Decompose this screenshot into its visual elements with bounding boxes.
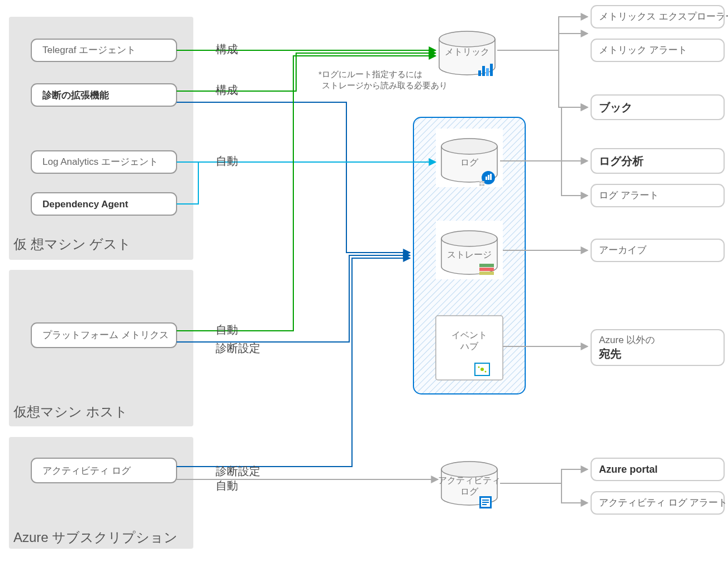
svg-rect-4 xyxy=(482,66,485,76)
dst-workbook-label: ブック xyxy=(599,101,632,113)
svg-rect-32 xyxy=(482,504,487,505)
storage-store-label: ストレージ xyxy=(447,250,492,259)
dst-log-alert-label: ログ アラート xyxy=(599,190,659,201)
storage-icon xyxy=(479,264,494,275)
svg-rect-16 xyxy=(482,184,484,186)
host-title: 仮想マシン ホスト xyxy=(13,404,128,419)
edge-platform-metrics xyxy=(177,56,436,331)
svg-point-8 xyxy=(441,139,497,154)
svg-rect-11 xyxy=(488,175,489,180)
activity-log-icon xyxy=(479,496,492,508)
svg-rect-30 xyxy=(482,500,489,501)
svg-rect-10 xyxy=(486,177,487,180)
edge-label-diag2: 診断設定 xyxy=(216,465,260,477)
svg-rect-13 xyxy=(479,181,482,183)
svg-rect-15 xyxy=(479,184,482,186)
architecture-diagram: Telegraf エージェント 診断の拡張機能 Log Analytics エー… xyxy=(0,0,728,561)
log-analytics-label: Log Analytics エージェント xyxy=(42,156,158,167)
eventhub-label-2: ハブ xyxy=(460,341,479,351)
diag-ext-label: 診断の拡張機能 xyxy=(42,90,109,101)
subscription-title: Azure サブスクリプション xyxy=(13,530,178,545)
dependency-label: Dependency Agent xyxy=(42,199,129,210)
activity-label: アクティビティ ログ xyxy=(42,465,131,476)
note-line2: ストレージから読み取る必要あり xyxy=(322,80,448,90)
edge-activity-alert xyxy=(562,472,588,503)
edge-activity-portal xyxy=(500,469,588,483)
telegraf-label: Telegraf エージェント xyxy=(42,45,136,55)
dst-metrics-explorer-label: メトリックス エクスプローラー xyxy=(599,11,728,22)
eventhub-store: イベント ハブ xyxy=(436,316,503,380)
eventhub-label-1: イベント xyxy=(451,330,487,340)
dst-external-label-1: Azure 以外の xyxy=(599,335,655,345)
svg-rect-5 xyxy=(486,68,489,76)
svg-point-24 xyxy=(480,368,484,371)
edge-metrics-workbook xyxy=(559,17,588,107)
dst-external-label-2: 宛先 xyxy=(598,348,621,360)
svg-rect-12 xyxy=(490,174,492,180)
activity-store-label-1: アクティビティ xyxy=(438,476,501,485)
dst-portal-label: Azure portal xyxy=(599,464,658,475)
svg-rect-3 xyxy=(478,70,481,76)
edge-label-auto2: 自動 xyxy=(216,324,238,336)
svg-rect-21 xyxy=(479,272,494,275)
dst-archive-label: アーカイブ xyxy=(599,245,647,255)
activity-store-label-2: ログ xyxy=(460,487,479,496)
logs-store: ログ xyxy=(436,129,503,187)
dst-activity-alert-label: アクティビティ ログ アラート xyxy=(599,497,727,508)
storage-store: ストレージ xyxy=(436,221,503,279)
svg-rect-14 xyxy=(482,181,484,183)
metrics-store: メトリック xyxy=(439,31,495,76)
svg-rect-31 xyxy=(482,502,489,503)
svg-point-18 xyxy=(441,231,497,246)
edge-label-auto1: 自動 xyxy=(216,155,238,167)
metrics-store-label: メトリック xyxy=(445,47,489,56)
edge-label-config1: 構成 xyxy=(216,43,238,55)
note-line1: *ログにルート指定するには xyxy=(318,69,422,79)
svg-point-26 xyxy=(485,371,487,373)
edge-label-config2: 構成 xyxy=(216,84,238,96)
dst-log-analytics-label: ログ分析 xyxy=(599,155,644,167)
activity-log-store: アクティビティ ログ xyxy=(438,462,501,508)
logs-store-label: ログ xyxy=(460,158,479,167)
svg-rect-20 xyxy=(479,268,494,271)
edge-label-diag1: 診断設定 xyxy=(216,342,260,354)
svg-point-27 xyxy=(441,462,497,477)
svg-point-25 xyxy=(478,367,480,368)
dst-metric-alert-label: メトリック アラート xyxy=(599,45,687,55)
guest-title: 仮 想マシン ゲスト xyxy=(13,236,131,251)
svg-rect-6 xyxy=(490,64,493,76)
edge-logs-alert xyxy=(562,134,588,196)
svg-rect-19 xyxy=(479,264,494,267)
svg-point-2 xyxy=(439,31,495,47)
edge-label-auto3: 自動 xyxy=(216,479,238,492)
platform-label: プラットフォーム メトリクス xyxy=(42,330,169,340)
